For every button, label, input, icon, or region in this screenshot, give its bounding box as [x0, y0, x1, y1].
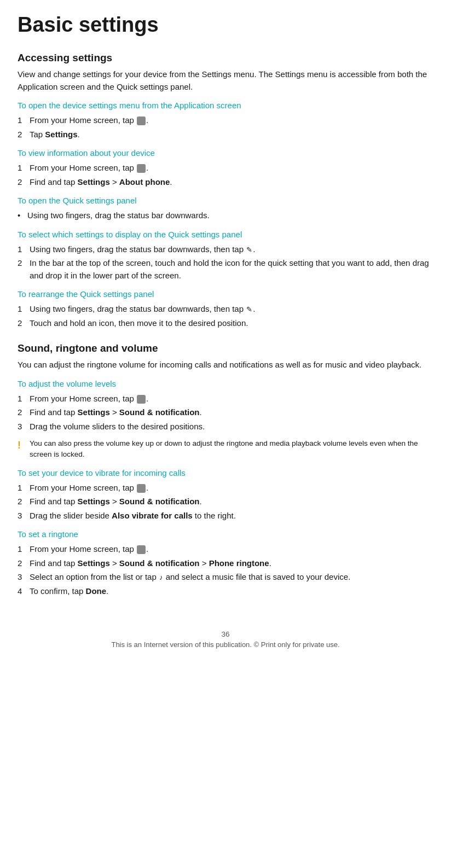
step-text: From your Home screen, tap . [30, 393, 433, 405]
step-text: From your Home screen, tap . [30, 482, 433, 494]
step-item: 1 From your Home screen, tap . [18, 162, 433, 174]
step-item: 1 From your Home screen, tap . [18, 543, 433, 556]
app-icon [137, 484, 146, 493]
step-number: 3 [18, 571, 30, 584]
step-number: 1 [18, 162, 30, 174]
step-text: Using two fingers, drag the status bar d… [30, 303, 433, 316]
bold-label: Settings [78, 177, 110, 187]
subsection-open-quick-settings: To open the Quick settings panel • Using… [18, 196, 433, 222]
page-number: 36 [18, 630, 433, 638]
step-item: 2 Find and tap Settings > Sound & notifi… [18, 557, 433, 570]
step-text: From your Home screen, tap . [30, 114, 433, 127]
step-text: Drag the slider beside Also vibrate for … [30, 510, 433, 522]
page-title: Basic settings [18, 13, 433, 37]
app-icon [137, 545, 146, 554]
step-item: 3 Drag the slider beside Also vibrate fo… [18, 510, 433, 522]
subsection-select-quick-settings: To select which settings to display on t… [18, 230, 433, 282]
accessing-settings-heading: Accessing settings [18, 52, 433, 64]
bold-label: Phone ringtone [209, 558, 269, 568]
subsection-open-device-settings: To open the device settings menu from th… [18, 101, 433, 141]
note-icon: ! [18, 438, 30, 453]
step-item: 1 From your Home screen, tap . [18, 393, 433, 405]
subsection-title-5: To rearrange the Quick settings panel [18, 289, 433, 299]
step-number: 2 [18, 557, 30, 570]
step-number: 4 [18, 585, 30, 598]
step-item: 2 Find and tap Settings > Sound & notifi… [18, 496, 433, 508]
sound-section: Sound, ringtone and volume You can adjus… [18, 342, 433, 597]
step-text: Find and tap Settings > Sound & notifica… [30, 557, 433, 570]
step-number: 1 [18, 393, 30, 405]
bullet-list-1: • Using two fingers, drag the status bar… [18, 209, 433, 222]
subsection-title-4: To select which settings to display on t… [18, 230, 433, 239]
step-number: 1 [18, 543, 30, 556]
step-item: 1 Using two fingers, drag the status bar… [18, 303, 433, 316]
subsection-title-3: To open the Quick settings panel [18, 196, 433, 205]
bold-label: Settings [78, 497, 110, 506]
step-text: Tap Settings. [30, 129, 433, 141]
step-number: 1 [18, 114, 30, 127]
step-number: 1 [18, 482, 30, 494]
step-number: 2 [18, 317, 30, 330]
step-text: Find and tap Settings > Sound & notifica… [30, 406, 433, 419]
bullet-symbol: • [18, 209, 27, 222]
step-number: 3 [18, 510, 30, 522]
bold-label: Sound & notification [119, 497, 200, 506]
step-item: 1 From your Home screen, tap . [18, 114, 433, 127]
step-item: 2 Find and tap Settings > Sound & notifi… [18, 406, 433, 419]
step-item: 3 Drag the volume sliders to the desired… [18, 421, 433, 433]
subsection-rearrange-quick-settings: To rearrange the Quick settings panel 1 … [18, 289, 433, 329]
subsection-adjust-volume: To adjust the volume levels 1 From your … [18, 379, 433, 461]
note-box: ! You can also press the volume key up o… [18, 438, 433, 461]
step-text: Select an option from the list or tap ♪ … [30, 571, 433, 584]
step-number: 1 [18, 303, 30, 316]
bold-label: Sound & notification [119, 558, 200, 568]
edit-icon: ✎ [246, 304, 252, 315]
step-item: 2 Touch and hold an icon, then move it t… [18, 317, 433, 330]
step-text: Find and tap Settings > Sound & notifica… [30, 496, 433, 508]
step-list-4: 1 Using two fingers, drag the status bar… [18, 243, 433, 282]
note-text: You can also press the volume key up or … [30, 438, 433, 461]
subsection-title-vol: To adjust the volume levels [18, 379, 433, 388]
step-item: 2 In the bar at the top of the screen, t… [18, 257, 433, 282]
step-text: To confirm, tap Done. [30, 585, 433, 598]
step-text: Find and tap Settings > About phone. [30, 176, 433, 189]
step-item: 1 Using two fingers, drag the status bar… [18, 243, 433, 256]
step-list-vibrate: 1 From your Home screen, tap . 2 Find an… [18, 482, 433, 522]
step-text: Touch and hold an icon, then move it to … [30, 317, 433, 330]
bold-label: Done [86, 586, 107, 596]
step-item: 3 Select an option from the list or tap … [18, 571, 433, 584]
app-icon [137, 164, 146, 173]
app-icon [137, 116, 146, 125]
bold-label: Also vibrate for calls [112, 511, 193, 520]
app-icon [137, 395, 146, 404]
step-text: Drag the volume sliders to the desired p… [30, 421, 433, 433]
edit-icon: ✎ [246, 244, 252, 255]
bold-label: Sound & notification [119, 407, 200, 417]
step-text: From your Home screen, tap . [30, 543, 433, 556]
step-number: 2 [18, 257, 30, 282]
bullet-text: Using two fingers, drag the status bar d… [27, 209, 433, 222]
step-number: 2 [18, 176, 30, 189]
music-icon: ♪ [159, 572, 163, 583]
step-text: In the bar at the top of the screen, tou… [30, 257, 433, 282]
subsection-ringtone: To set a ringtone 1 From your Home scree… [18, 529, 433, 597]
step-list-ringtone: 1 From your Home screen, tap . 2 Find an… [18, 543, 433, 597]
step-number: 2 [18, 406, 30, 419]
step-list-vol: 1 From your Home screen, tap . 2 Find an… [18, 393, 433, 433]
step-number: 2 [18, 129, 30, 141]
sound-section-intro: You can adjust the ringtone volume for i… [18, 359, 433, 371]
sound-section-heading: Sound, ringtone and volume [18, 342, 433, 354]
accessing-settings-intro: View and change settings for your device… [18, 68, 433, 93]
step-item: 2 Tap Settings. [18, 129, 433, 141]
step-item: 1 From your Home screen, tap . [18, 482, 433, 494]
subsection-title-2: To view information about your device [18, 148, 433, 158]
subsection-title-1: To open the device settings menu from th… [18, 101, 433, 110]
bold-label: About phone [119, 177, 170, 187]
accessing-settings-section: Accessing settings View and change setti… [18, 52, 433, 329]
subsection-vibrate: To set your device to vibrate for incomi… [18, 468, 433, 522]
step-text: From your Home screen, tap . [30, 162, 433, 174]
subsection-title-vibrate: To set your device to vibrate for incomi… [18, 468, 433, 477]
bold-label: Settings [45, 130, 77, 139]
step-list-2: 1 From your Home screen, tap . 2 Find an… [18, 162, 433, 188]
step-number: 2 [18, 496, 30, 508]
